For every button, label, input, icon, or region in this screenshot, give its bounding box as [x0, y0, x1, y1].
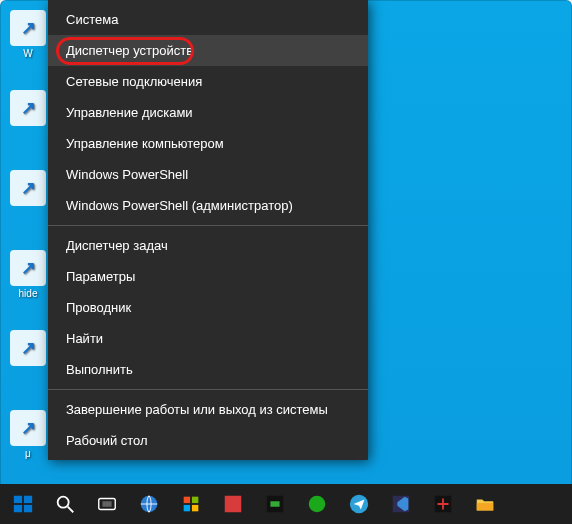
menu-item-device-manager[interactable]: Диспетчер устройств	[48, 35, 368, 66]
desktop-icon-label: hide	[19, 288, 38, 299]
menu-item-disk-management[interactable]: Управление дисками	[48, 97, 368, 128]
taskbar[interactable]	[0, 484, 572, 524]
desktop-icon[interactable]: ↗	[2, 170, 54, 222]
menu-item-powershell-admin[interactable]: Windows PowerShell (администратор)	[48, 190, 368, 221]
shortcut-icon: ↗	[10, 330, 46, 366]
globe-icon	[138, 493, 160, 515]
menu-item-powershell[interactable]: Windows PowerShell	[48, 159, 368, 190]
desktop-icon[interactable]: ↗	[2, 330, 54, 382]
menu-item-shutdown-signout[interactable]: Завершение работы или выход из системы	[48, 394, 368, 425]
paper-plane-icon	[348, 493, 370, 515]
desktop[interactable]: ↗ W ↗ ↗ ↗ hide ↗ ↗ μ Система Диспетчер у…	[0, 0, 572, 524]
svg-rect-15	[270, 501, 279, 507]
svg-rect-9	[184, 497, 190, 503]
svg-rect-2	[14, 505, 22, 512]
tool-icon	[432, 493, 454, 515]
menu-divider	[48, 389, 368, 390]
svg-point-4	[58, 497, 69, 508]
svg-rect-12	[192, 505, 198, 511]
shortcut-icon: ↗	[10, 10, 46, 46]
taskview-button[interactable]	[86, 484, 128, 524]
svg-rect-3	[24, 505, 32, 512]
svg-rect-13	[225, 496, 242, 513]
search-icon	[54, 493, 76, 515]
winx-context-menu: Система Диспетчер устройств Сетевые подк…	[48, 0, 368, 460]
desktop-icon-label: μ	[25, 448, 31, 459]
svg-point-16	[309, 496, 326, 513]
menu-item-computer-management[interactable]: Управление компьютером	[48, 128, 368, 159]
store-icon	[180, 493, 202, 515]
taskbar-app[interactable]	[422, 484, 464, 524]
taskbar-app[interactable]	[380, 484, 422, 524]
taskview-icon	[96, 493, 118, 515]
shortcut-icon: ↗	[10, 170, 46, 206]
menu-divider	[48, 225, 368, 226]
desktop-icon[interactable]: ↗ hide	[2, 250, 54, 302]
folder-icon	[474, 493, 496, 515]
shortcut-icon: ↗	[10, 250, 46, 286]
taskbar-app[interactable]	[128, 484, 170, 524]
svg-rect-0	[14, 496, 22, 503]
vscode-icon	[390, 493, 412, 515]
menu-item-task-manager[interactable]: Диспетчер задач	[48, 230, 368, 261]
menu-item-desktop[interactable]: Рабочий стол	[48, 425, 368, 456]
desktop-icon-label: W	[23, 48, 32, 59]
svg-rect-20	[477, 503, 494, 510]
shortcut-icon: ↗	[10, 410, 46, 446]
svg-rect-10	[192, 497, 198, 503]
app-green-icon	[306, 493, 328, 515]
taskbar-app[interactable]	[296, 484, 338, 524]
shortcut-icon: ↗	[10, 90, 46, 126]
menu-item-search[interactable]: Найти	[48, 323, 368, 354]
svg-rect-1	[24, 496, 32, 503]
taskbar-app[interactable]	[254, 484, 296, 524]
svg-rect-11	[184, 505, 190, 511]
svg-rect-7	[102, 501, 111, 507]
taskbar-app[interactable]	[464, 484, 506, 524]
menu-item-settings[interactable]: Параметры	[48, 261, 368, 292]
start-button[interactable]	[2, 484, 44, 524]
windows-logo-icon	[12, 493, 34, 515]
search-button[interactable]	[44, 484, 86, 524]
app-dark-icon	[264, 493, 286, 515]
desktop-icon[interactable]: ↗ W	[2, 10, 54, 62]
menu-item-system[interactable]: Система	[48, 4, 368, 35]
menu-item-network-connections[interactable]: Сетевые подключения	[48, 66, 368, 97]
desktop-icon[interactable]: ↗	[2, 90, 54, 142]
taskbar-app[interactable]	[212, 484, 254, 524]
menu-item-explorer[interactable]: Проводник	[48, 292, 368, 323]
menu-item-run[interactable]: Выполнить	[48, 354, 368, 385]
svg-line-5	[68, 507, 74, 513]
app-red-icon	[222, 493, 244, 515]
desktop-icon[interactable]: ↗ μ	[2, 410, 54, 462]
taskbar-app[interactable]	[170, 484, 212, 524]
taskbar-app[interactable]	[338, 484, 380, 524]
